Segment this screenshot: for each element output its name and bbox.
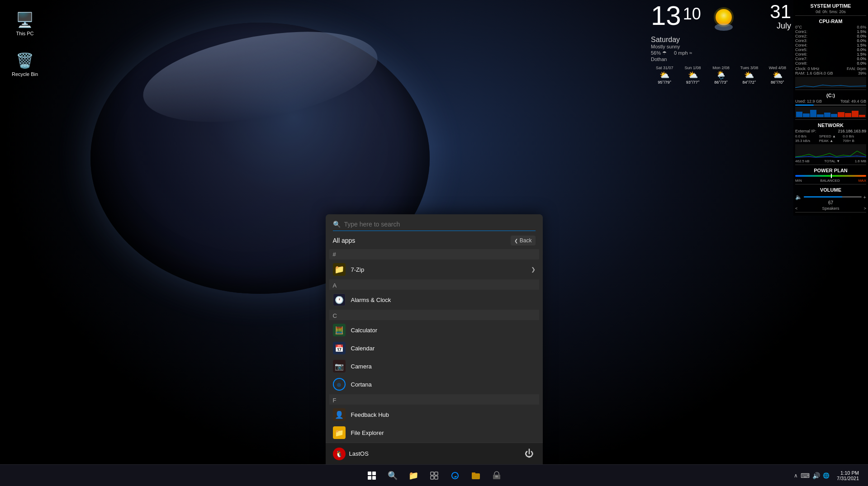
forecast-day-3: Tues 3/08 ⛅ 84°/72° xyxy=(735,66,763,85)
power-plan-title: POWER PLAN xyxy=(795,168,866,173)
calendar-label: Calendar xyxy=(351,345,375,352)
app-item-calendar[interactable]: 📅 Calendar xyxy=(329,339,539,357)
power-labels: MIN BALANCED MAX xyxy=(795,179,866,183)
search-input[interactable] xyxy=(344,221,536,228)
volume-slider[interactable] xyxy=(804,196,862,198)
core7-row: Core7:0.0% xyxy=(795,57,866,61)
network-total-row: 462.5 kB TOTAL ▼ 1.6 MB xyxy=(795,159,866,163)
this-pc-label: This PC xyxy=(16,31,33,36)
taskbar-explorer-button[interactable]: 📁 xyxy=(404,467,422,485)
volume-next-btn[interactable]: > xyxy=(864,206,866,211)
search-wrapper: 🔍 xyxy=(326,214,543,231)
tray-expand-icon[interactable]: ∧ xyxy=(794,472,798,479)
app-item-feedback-hub[interactable]: 👤 Feedback Hub xyxy=(329,406,539,424)
section-f: F xyxy=(329,394,539,405)
cpu-graph xyxy=(795,77,866,88)
weather-condition: Mostly sunny xyxy=(651,44,791,49)
feedback-hub-label: Feedback Hub xyxy=(351,411,389,418)
disk-title: (C:) xyxy=(795,93,866,98)
app-item-camera[interactable]: 📷 Camera xyxy=(329,357,539,375)
app-item-cortana[interactable]: ◎ Cortana xyxy=(329,375,539,393)
svg-rect-7 xyxy=(431,472,434,475)
calendar-icon-el: 📅 xyxy=(333,342,346,354)
start-bottom-bar: 🐧 LastOS ⏻ xyxy=(326,443,543,464)
tray-volume-icon[interactable]: 🔊 xyxy=(812,472,820,479)
desktop-icon-this-pc[interactable]: 🖥️ This PC xyxy=(7,9,43,38)
desktop-icon-recycle-bin[interactable]: 🗑️ Recycle Bin xyxy=(7,50,43,79)
weather-city: Dothan xyxy=(651,57,791,62)
volume-section: VOLUME 🔈 + 67 < Speakers > xyxy=(795,186,866,212)
svg-rect-5 xyxy=(368,476,371,480)
volume-prev-btn[interactable]: < xyxy=(795,206,797,211)
calculator-label: Calculator xyxy=(351,327,378,334)
core4-row: Core4:1.5% xyxy=(795,43,866,47)
back-button[interactable]: ❮ Back xyxy=(511,236,536,245)
core6-row: Core6:1.5% xyxy=(795,52,866,57)
forecast-day-1: Sun 1/08 ⛅ 93°/77° xyxy=(679,66,706,85)
volume-output-row: < Speakers > xyxy=(795,206,866,211)
cpu-temp-row: 0°C 0.6% xyxy=(795,25,866,29)
volume-title: VOLUME xyxy=(795,187,866,193)
app-item-7zip[interactable]: 📁 7-Zip ❯ xyxy=(329,260,539,278)
this-pc-icon: 🖥️ xyxy=(16,11,34,29)
weather-month: July xyxy=(770,21,791,31)
volume-controls: 🔈 + xyxy=(795,193,866,200)
network-title: NETWORK xyxy=(795,123,866,128)
system-uptime-value: 0d: 0h: 5ms: 20s xyxy=(795,9,866,14)
tray-keyboard-icon[interactable]: ⌨ xyxy=(801,472,810,479)
start-button[interactable] xyxy=(363,467,381,485)
svg-rect-12 xyxy=(472,472,475,474)
7zip-label: 7-Zip xyxy=(351,266,365,273)
network-graph xyxy=(795,144,866,158)
camera-label: Camera xyxy=(351,363,372,370)
app-item-alarms-clock[interactable]: 🕐 Alarms & Clock xyxy=(329,291,539,309)
section-c: C xyxy=(329,310,539,320)
lastos-item[interactable]: 🐧 LastOS xyxy=(333,448,369,460)
recycle-bin-icon: 🗑️ xyxy=(16,52,34,70)
weather-forecast: Sat 31/07 ⛅ 95°/79° Sun 1/08 ⛅ 93°/77° M… xyxy=(651,66,791,85)
apps-header: All apps ❮ Back xyxy=(326,231,543,248)
camera-icon-el: 📷 xyxy=(333,360,346,373)
cpu-ram-title: CPU-RAM xyxy=(795,19,866,24)
disk-section: (C:) Used: 12.9 GB Total: 49.4 GB xyxy=(795,91,866,120)
cortana-icon-el: ◎ xyxy=(333,378,346,391)
alarms-clock-icon: 🕐 xyxy=(333,293,346,306)
weather-hour: 13 xyxy=(651,2,681,29)
svg-rect-9 xyxy=(431,476,434,479)
app-item-calculator[interactable]: 🧮 Calculator xyxy=(329,321,539,339)
tray-network-icon[interactable]: 🌐 xyxy=(823,472,830,479)
svg-rect-8 xyxy=(435,472,438,475)
taskbar-systray: ∧ ⌨ 🔊 🌐 xyxy=(794,472,830,479)
forecast-day-4: Wed 4/08 ⛅ 86°/70° xyxy=(764,66,791,85)
taskbar-time: 1:10 PM xyxy=(840,470,859,476)
svg-rect-6 xyxy=(372,476,376,480)
taskbar-store-button[interactable] xyxy=(488,467,506,485)
app-item-file-explorer[interactable]: 📁 File Explorer xyxy=(329,424,539,442)
weather-date-num: 31 xyxy=(770,2,791,21)
taskbar-clock[interactable]: 1:10 PM 7/31/2021 xyxy=(833,470,863,481)
core1-row: Core1:1.5% xyxy=(795,29,866,34)
file-explorer-label: File Explorer xyxy=(351,429,384,436)
file-explorer-icon: 📁 xyxy=(333,426,346,439)
all-apps-label: All apps xyxy=(333,237,356,244)
clock-fan-row: Clock: 0 MHz FAN: 0rpm xyxy=(795,66,866,71)
taskbar-files-button[interactable] xyxy=(467,467,485,485)
power-button[interactable]: ⏻ xyxy=(523,447,536,461)
recycle-bin-label: Recycle Bin xyxy=(12,71,38,77)
external-ip-row: External IP:216.186.163.89 xyxy=(795,129,866,133)
power-bar xyxy=(795,175,866,177)
forecast-day-2: Mon 2/08 🌦️ 86°/73° xyxy=(707,66,735,85)
taskbar-right: ∧ ⌨ 🔊 🌐 1:10 PM 7/31/2021 xyxy=(794,470,863,481)
taskbar-taskview-button[interactable] xyxy=(425,467,443,485)
network-speeds: 0.0 B/s SPEED ▲ 0.0 B/s 35.3 kB/s PEAK ▲… xyxy=(795,134,866,143)
disk-bar xyxy=(795,104,866,106)
disk-graph xyxy=(795,107,866,118)
system-monitor-panel: SYSTEM UPTIME 0d: 0h: 5ms: 20s CPU-RAM 0… xyxy=(793,0,868,216)
system-uptime-title: SYSTEM UPTIME xyxy=(795,3,866,9)
weather-wind: 0 mph ≈ xyxy=(674,50,692,56)
taskbar-search-button[interactable]: 🔍 xyxy=(384,467,402,485)
lastos-label: LastOS xyxy=(349,450,369,457)
svg-rect-3 xyxy=(368,472,371,475)
svg-point-2 xyxy=(715,24,733,31)
taskbar-edge-button[interactable] xyxy=(446,467,464,485)
